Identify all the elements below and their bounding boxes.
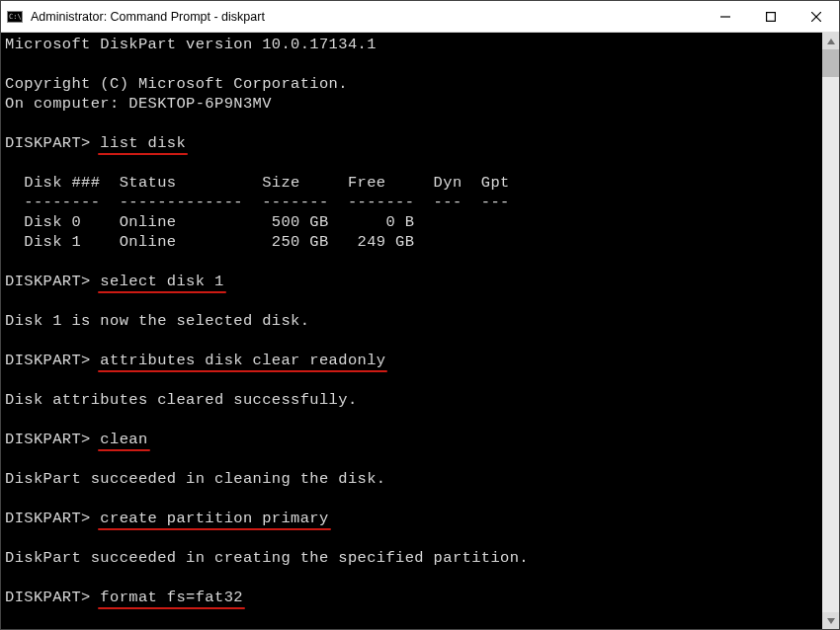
app-window: C:\ Administrator: Command Prompt - disk…: [0, 0, 840, 630]
msg-clean: DiskPart succeeded in cleaning the disk.: [5, 470, 385, 488]
msg-select: Disk 1 is now the selected disk.: [5, 312, 309, 330]
console-output[interactable]: Microsoft DiskPart version 10.0.17134.1 …: [1, 33, 822, 629]
cmd-clean: clean: [100, 430, 147, 449]
window-title: Administrator: Command Prompt - diskpart: [31, 10, 703, 24]
prompt: DISKPART>: [5, 510, 100, 527]
prompt: DISKPART>: [5, 431, 100, 448]
cmd-create-partition: create partition primary: [100, 509, 328, 528]
chevron-up-icon: [827, 39, 835, 44]
scroll-up-button[interactable]: [822, 33, 839, 49]
scroll-thumb[interactable]: [822, 49, 839, 77]
console-area: Microsoft DiskPart version 10.0.17134.1 …: [1, 33, 839, 629]
svg-text:C:\: C:\: [9, 13, 22, 21]
prompt: DISKPART>: [5, 134, 100, 152]
close-icon: [811, 12, 821, 22]
prompt: DISKPART>: [5, 352, 100, 369]
svg-rect-3: [767, 12, 776, 21]
maximize-icon: [766, 12, 776, 22]
maximize-button[interactable]: [748, 1, 794, 32]
computer-line: On computer: DESKTOP-6P9N3MV: [5, 95, 272, 113]
minimize-icon: [720, 12, 730, 22]
prompt: DISKPART>: [5, 589, 100, 606]
vertical-scrollbar[interactable]: [822, 33, 839, 629]
window-controls: [703, 1, 839, 32]
chevron-down-icon: [827, 618, 835, 624]
msg-attributes: Disk attributes cleared successfully.: [5, 391, 358, 409]
prompt: DISKPART>: [5, 273, 100, 290]
cmd-list-disk: list disk: [100, 133, 186, 153]
titlebar[interactable]: C:\ Administrator: Command Prompt - disk…: [1, 1, 839, 33]
cmd-attributes: attributes disk clear readonly: [100, 351, 385, 370]
msg-create: DiskPart succeeded in creating the speci…: [5, 549, 529, 567]
scroll-down-button[interactable]: [822, 612, 839, 629]
copyright-line: Copyright (C) Microsoft Corporation.: [5, 75, 348, 93]
header-line: Microsoft DiskPart version 10.0.17134.1: [5, 36, 377, 53]
table-row: Disk 0 Online 500 GB 0 B: [5, 213, 414, 231]
cmd-icon: C:\: [7, 9, 23, 25]
minimize-button[interactable]: [703, 1, 748, 32]
table-separator: -------- ------------- ------- ------- -…: [5, 194, 510, 211]
table-row: Disk 1 Online 250 GB 249 GB: [5, 233, 414, 251]
close-button[interactable]: [794, 1, 839, 32]
cmd-format: format fs=fat32: [100, 588, 243, 607]
table-header: Disk ### Status Size Free Dyn Gpt: [5, 174, 510, 192]
cmd-select-disk: select disk 1: [100, 272, 223, 291]
